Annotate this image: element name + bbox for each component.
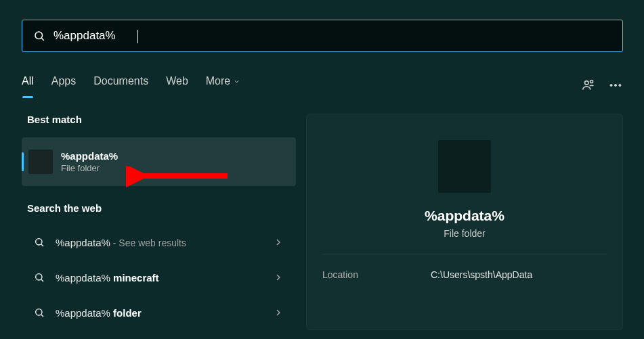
preview-subtitle: File folder xyxy=(444,228,485,239)
tab-all[interactable]: All xyxy=(22,75,34,95)
best-match-result[interactable]: %appdata% File folder xyxy=(22,137,296,186)
search-web-label: Search the web xyxy=(22,202,296,214)
web-result-label: %appdata% minecraft xyxy=(56,272,267,284)
search-bar[interactable]: %appdata% xyxy=(22,20,623,52)
preview-title: %appdata% xyxy=(425,208,505,224)
tab-apps[interactable]: Apps xyxy=(51,75,76,95)
search-icon xyxy=(34,272,45,283)
web-result-label: %appdata% folder xyxy=(56,307,267,319)
location-value: C:\Users\spsth\AppData xyxy=(431,269,532,280)
tab-more-label: More xyxy=(206,75,230,87)
chevron-right-icon xyxy=(273,272,284,283)
web-results-list: %appdata% - See web results %appdata% mi… xyxy=(22,226,296,329)
best-match-title: %appdata% xyxy=(61,150,118,162)
more-options-icon[interactable] xyxy=(608,78,623,93)
preview-pane: %appdata% File folder Location C:\Users\… xyxy=(306,114,623,330)
svg-point-4 xyxy=(610,84,612,86)
svg-point-9 xyxy=(36,274,42,280)
text-cursor xyxy=(137,30,138,43)
folder-icon xyxy=(438,140,491,193)
search-icon xyxy=(33,30,45,42)
svg-line-8 xyxy=(41,244,43,246)
results-pane: Best match %appdata% File folder Search … xyxy=(22,114,296,329)
svg-point-3 xyxy=(591,80,593,83)
svg-point-7 xyxy=(36,239,42,245)
svg-point-0 xyxy=(35,32,43,39)
tab-more[interactable]: More xyxy=(206,75,240,95)
org-search-icon[interactable] xyxy=(581,78,596,93)
web-result-label: %appdata% - See web results xyxy=(56,237,267,248)
best-match-label: Best match xyxy=(22,114,296,125)
web-result-item[interactable]: %appdata% folder xyxy=(22,296,296,329)
divider xyxy=(322,254,607,254)
folder-icon xyxy=(28,150,53,174)
location-row: Location C:\Users\spsth\AppData xyxy=(322,269,607,280)
svg-line-10 xyxy=(41,279,43,281)
best-match-subtitle: File folder xyxy=(61,163,118,173)
search-icon xyxy=(34,237,45,248)
svg-point-11 xyxy=(36,309,42,315)
svg-point-6 xyxy=(619,84,621,86)
search-icon xyxy=(34,307,45,318)
tab-documents[interactable]: Documents xyxy=(93,75,148,95)
web-result-item[interactable]: %appdata% minecraft xyxy=(22,261,296,294)
web-result-item[interactable]: %appdata% - See web results xyxy=(22,226,296,258)
location-label: Location xyxy=(322,269,431,280)
chevron-right-icon xyxy=(273,237,284,248)
tab-web[interactable]: Web xyxy=(166,75,188,95)
svg-point-5 xyxy=(614,84,616,86)
chevron-down-icon xyxy=(233,78,240,85)
filter-tabs: All Apps Documents Web More xyxy=(22,73,623,97)
svg-line-1 xyxy=(41,38,43,40)
svg-line-12 xyxy=(41,315,43,317)
svg-point-2 xyxy=(585,81,589,85)
chevron-right-icon xyxy=(273,307,284,318)
